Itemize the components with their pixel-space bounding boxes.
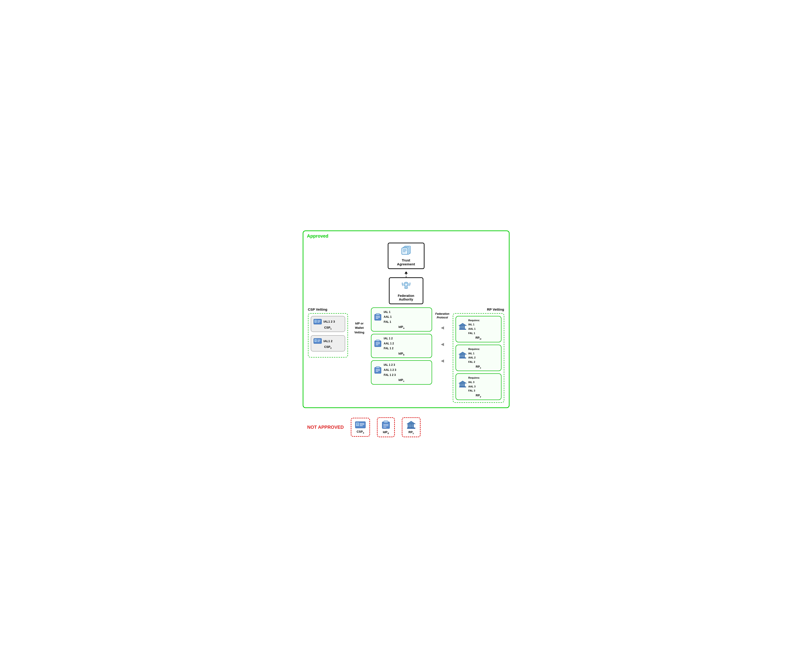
svg-marker-48 (459, 381, 466, 383)
arrow-left-2: ◀ (441, 342, 444, 347)
clipboard-icon-idpc (374, 366, 382, 374)
idpd-name: IdPd (383, 430, 389, 435)
top-row: Trust Agreement (308, 243, 504, 269)
svg-rect-69 (412, 424, 414, 428)
second-row: Federation Authority (308, 277, 504, 304)
svg-rect-2 (402, 248, 408, 254)
arrow-head (405, 271, 408, 274)
idp-wallet-label: IdP orWalletVetting (354, 321, 364, 335)
arrow-fa-to-ta (405, 271, 408, 277)
svg-rect-53 (459, 386, 466, 387)
idpc-levels: IAL 1 2 3AAL 1 2 3FAL 1 2 3 (384, 362, 396, 377)
clipboard-icon-idpb (374, 339, 382, 348)
svg-rect-43 (459, 354, 461, 357)
svg-marker-36 (459, 323, 466, 326)
idpb-levels: IAL 1 2AAL 1 2FAL 1 2 (384, 336, 394, 351)
rp-x-card: Requires:IAL 1AAL 2FAL 2 RPx (456, 345, 502, 371)
csp-vetting-dashed: IAL1 2 3 CSP1 (308, 313, 348, 357)
bank-icon-rpz (406, 420, 416, 430)
csp1-name: CSP1 (324, 326, 331, 330)
fed-protocol-column: FederationProtocol ◀ ◀ ◀ (434, 312, 451, 364)
svg-rect-51 (463, 383, 463, 386)
svg-rect-52 (464, 383, 465, 386)
csp3-name: CSP3 (357, 430, 364, 434)
rp-vetting-dashed: Requires:IAL 1AAL 1FAL 1 RPw (453, 313, 504, 403)
idpc-name: IdPc (398, 378, 405, 382)
idp-wallet-vetting-area: IdP orWalletVetting (350, 321, 369, 335)
svg-marker-65 (407, 421, 415, 424)
rpz-name: RPz (409, 430, 414, 435)
diagram-wrapper: Approved Trust Agreement (303, 230, 510, 440)
svg-point-56 (356, 423, 358, 425)
svg-rect-46 (464, 354, 465, 357)
federation-authority-label: Federation Authority (393, 294, 419, 301)
idp-b-card: IAL 1 2AAL 1 2FAL 1 2 IdPb (371, 334, 432, 358)
svg-rect-66 (408, 424, 409, 428)
not-approved-label: NOT APPROVED (307, 425, 344, 430)
not-approved-section: NOT APPROVED CSP3 IdP (303, 415, 510, 440)
fed-arrows: ◀ ◀ ◀ (441, 325, 444, 363)
fed-protocol-label: FederationProtocol (435, 312, 449, 320)
rpx-requires: Requires:IAL 1AAL 2FAL 2 (468, 347, 480, 364)
rp-column: Requires:IAL 1AAL 1FAL 1 RPw (456, 316, 502, 400)
svg-rect-44 (461, 354, 462, 357)
idp-a-card: IAL 1AAL 1FAL 1 IdPa (371, 308, 432, 332)
idpa-name: IdPa (398, 325, 405, 329)
svg-rect-39 (463, 326, 463, 329)
idp-c-card: IAL 1 2 3AAL 1 2 3FAL 1 2 3 IdPc (371, 360, 432, 384)
bank-icon-rpy (458, 380, 467, 389)
svg-rect-49 (459, 383, 461, 386)
svg-rect-32 (376, 367, 380, 368)
documents-icon (393, 245, 419, 257)
approved-box: Approved Trust Agreement (303, 230, 510, 408)
idp-column: IAL 1AAL 1FAL 1 IdPa IAL 1 2 (371, 308, 432, 385)
svg-rect-67 (409, 424, 410, 428)
trust-agreement-label: Trust Agreement (393, 258, 419, 266)
svg-rect-50 (461, 383, 462, 386)
bank-icon-rpx (458, 351, 467, 360)
csp-section: CSP Vetting (308, 308, 348, 357)
inner-main-layout: CSP Vetting (308, 308, 504, 403)
rp-vetting-label: RP Vetting (453, 308, 504, 311)
svg-rect-47 (459, 357, 466, 359)
clipboard-icon-idpd (381, 420, 390, 430)
svg-rect-27 (376, 340, 380, 342)
trust-agreement-box: Trust Agreement (388, 243, 424, 269)
csp-1-card: IAL1 2 3 CSP1 (311, 316, 345, 332)
idpd-not-approved: IdPd (377, 417, 395, 438)
csp2-ial: IAL1 2 (324, 339, 332, 343)
rp-section: RP Vetting (453, 308, 504, 403)
svg-rect-70 (407, 428, 415, 429)
rpw-requires: Requires:IAL 1AAL 1FAL 1 (468, 318, 480, 335)
approved-label: Approved (307, 233, 329, 239)
svg-point-11 (315, 320, 316, 321)
id-card-icon-csp3 (355, 421, 366, 429)
clipboard-icon-idpa (374, 313, 382, 321)
svg-rect-68 (411, 424, 412, 428)
svg-rect-61 (384, 421, 388, 423)
svg-point-17 (315, 340, 316, 341)
rpw-name: RPw (476, 336, 481, 340)
csp3-not-approved: CSP3 (351, 418, 370, 437)
bank-icon-rpw (458, 322, 467, 331)
rpy-name: RPy (476, 394, 481, 398)
dashed-line (406, 274, 406, 277)
rpz-not-approved: RPz (402, 417, 420, 438)
csp-2-card: IAL1 2 CSP2 (311, 335, 345, 352)
id-card-icon-csp2 (314, 338, 322, 344)
svg-marker-42 (459, 352, 466, 354)
csp-vetting-label: CSP Vetting (308, 308, 348, 311)
federation-authority-box: Federation Authority (389, 277, 423, 304)
idpa-levels: IAL 1AAL 1FAL 1 (384, 310, 392, 325)
svg-rect-41 (459, 329, 466, 330)
rp-y-card: Requires:IAL 3AAL 3FAL 3 RPy (456, 373, 502, 400)
emblem-icon (393, 280, 419, 293)
id-card-icon-csp1 (314, 318, 322, 325)
svg-rect-45 (463, 354, 463, 357)
csp2-name: CSP2 (324, 345, 331, 349)
idpb-name: IdPb (398, 352, 404, 356)
arrow-left-1: ◀ (441, 325, 444, 330)
arrow-left-3: ◀ (441, 358, 444, 363)
svg-rect-37 (459, 326, 461, 329)
svg-rect-22 (376, 313, 380, 315)
